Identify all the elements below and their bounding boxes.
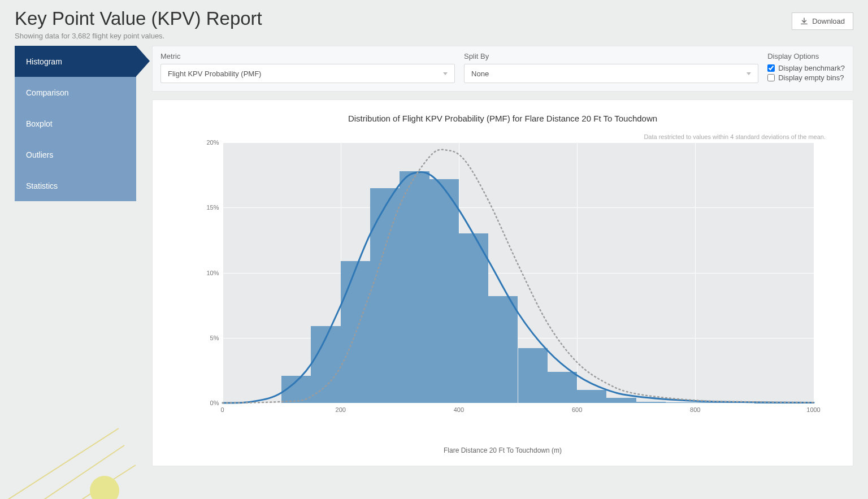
x-axis-label: Flare Distance 20 Ft To Touchdown (m) — [444, 446, 562, 454]
display-empty-bins-checkbox[interactable] — [767, 74, 775, 81]
chart-controls: Metric Flight KPV Probability (PMF) Spli… — [152, 46, 853, 92]
tab-statistics[interactable]: Statistics — [15, 170, 136, 201]
splitby-select[interactable]: None — [464, 64, 758, 83]
page-title: Key Point Value (KPV) Report — [15, 8, 262, 29]
download-icon — [800, 18, 808, 25]
display-benchmark-toggle[interactable]: Display benchmark? — [767, 64, 845, 72]
splitby-label: Split By — [464, 52, 758, 60]
y-tick: 15% — [206, 204, 219, 211]
download-label: Download — [812, 17, 845, 25]
tab-boxplot[interactable]: Boxplot — [15, 108, 136, 139]
chart-panel: Distribution of Flight KPV Probability (… — [152, 99, 853, 466]
chart-note: Data restricted to values within 4 stand… — [644, 133, 826, 140]
chevron-down-icon — [747, 72, 751, 75]
tab-outliers[interactable]: Outliers — [15, 139, 136, 170]
page-subtitle: Showing data for 3,682 flight key point … — [15, 32, 262, 40]
display-options-label: Display Options — [767, 52, 845, 60]
x-tick: 0 — [220, 406, 224, 413]
tab-comparison[interactable]: Comparison — [15, 77, 136, 108]
svg-line-2 — [34, 465, 136, 499]
y-tick: 0% — [210, 400, 219, 406]
plot-area[interactable]: 0%5%10%15%20%02004006008001000 — [223, 142, 814, 403]
metric-value: Flight KPV Probability (PMF) — [168, 70, 261, 78]
tab-histogram[interactable]: Histogram — [15, 46, 136, 77]
splitby-value: None — [471, 70, 489, 78]
x-tick: 200 — [336, 406, 346, 413]
download-button[interactable]: Download — [792, 12, 853, 30]
view-tabs: HistogramComparisonBoxplotOutliersStatis… — [15, 46, 136, 466]
fitted-curve — [223, 172, 814, 403]
metric-label: Metric — [160, 52, 455, 60]
x-tick: 600 — [572, 406, 582, 413]
display-empty-bins-toggle[interactable]: Display empty bins? — [767, 73, 845, 82]
chart: Flight KPV Probability (PMF) 0%5%10%15%2… — [192, 142, 814, 431]
display-benchmark-checkbox[interactable] — [767, 64, 775, 72]
chevron-down-icon — [443, 72, 448, 75]
y-tick: 5% — [210, 335, 219, 341]
overlay-curves — [223, 142, 814, 403]
chart-title: Distribution of Flight KPV Probability (… — [348, 114, 657, 123]
y-tick: 10% — [206, 270, 219, 276]
x-tick: 800 — [690, 406, 700, 413]
x-tick: 400 — [454, 406, 464, 413]
svg-point-3 — [90, 476, 119, 499]
y-tick: 20% — [206, 139, 219, 146]
x-tick: 1000 — [806, 406, 820, 413]
metric-select[interactable]: Flight KPV Probability (PMF) — [160, 64, 455, 83]
